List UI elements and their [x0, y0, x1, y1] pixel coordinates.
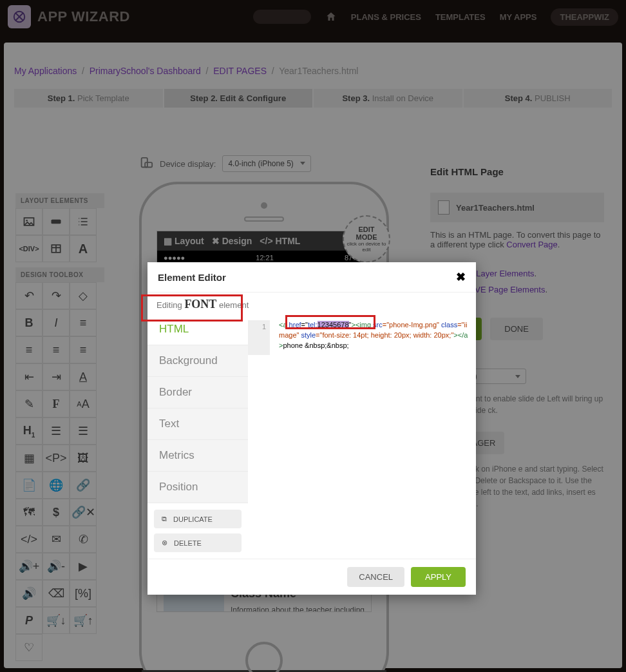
code-editor[interactable]: 1 <a href="tel:12345678"><img src="phone…	[248, 314, 476, 559]
highlight-box-html-tab	[141, 294, 243, 322]
tab-border[interactable]: Border	[147, 377, 248, 408]
tab-position[interactable]: Position	[147, 472, 248, 503]
line-gutter: 1	[248, 320, 270, 355]
cancel-button[interactable]: CANCEL	[347, 567, 404, 587]
modal-title: Element Editor	[158, 272, 226, 283]
element-editor-modal: Element Editor ✖ Editing FONT element HT…	[147, 262, 476, 595]
duplicate-icon: ⧉	[162, 515, 167, 523]
duplicate-button[interactable]: ⧉DUPLICATE	[154, 510, 242, 528]
close-icon[interactable]: ✖	[456, 270, 466, 284]
delete-icon: ⊗	[162, 539, 167, 547]
highlight-box-href	[285, 315, 375, 329]
modal-side-tabs: HTML Background Border Text Metrics Posi…	[147, 314, 248, 503]
tab-metrics[interactable]: Metrics	[147, 440, 248, 472]
tab-text[interactable]: Text	[147, 408, 248, 440]
delete-button[interactable]: ⊗DELETE	[154, 533, 242, 552]
apply-button[interactable]: APPLY	[411, 567, 466, 587]
tab-background[interactable]: Background	[147, 345, 248, 377]
